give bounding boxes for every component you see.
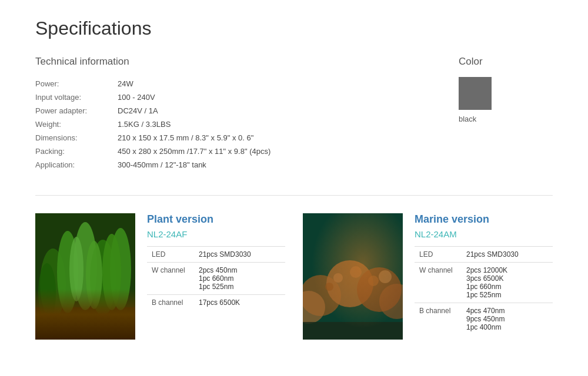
spec-label: B channel <box>415 303 462 335</box>
plant-version-card: Plant version NL2-24AF LED21pcs SMD3030W… <box>35 213 285 340</box>
plant-version-details: Plant version NL2-24AF LED21pcs SMD3030W… <box>147 213 285 340</box>
spec-label: LED <box>147 247 194 263</box>
tech-label: Packing: <box>35 145 118 158</box>
spec-value: 21pcs SMD3030 <box>462 247 553 263</box>
svg-point-24 <box>379 270 392 283</box>
color-swatch <box>459 77 492 110</box>
tech-value: 300-450mm / 12"-18" tank <box>118 158 435 172</box>
tech-section: Technical information Power:24WInput vol… <box>35 56 553 172</box>
marine-spec-table: LED21pcs SMD3030W channel2pcs 12000K3pcs… <box>415 246 553 335</box>
spec-label: W channel <box>147 263 194 295</box>
marine-version-details: Marine version NL2-24AM LED21pcs SMD3030… <box>415 213 553 340</box>
tech-value: 210 x 150 x 17.5 mm / 8.3" x 5.9" x 0. 6… <box>118 131 435 145</box>
tech-row: Dimensions:210 x 150 x 17.5 mm / 8.3" x … <box>35 131 435 145</box>
tech-label: Power adapter: <box>35 104 118 118</box>
spec-label: B channel <box>147 295 194 311</box>
color-label: black <box>459 115 553 123</box>
svg-point-22 <box>368 276 379 286</box>
spec-row: W channel2pcs 12000K3pcs 6500K1pc 660nm1… <box>415 263 553 303</box>
page-title: Specifications <box>35 18 553 39</box>
color-section: Color black <box>459 56 553 172</box>
plant-version-title: Plant version <box>147 213 285 226</box>
spec-value: 2pcs 12000K3pcs 6500K1pc 660nm1pc 525nm <box>462 263 553 303</box>
tech-value: DC24V / 1A <box>118 104 435 118</box>
spec-row: W channel2pcs 450nm1pc 660nm1pc 525nm <box>147 263 285 295</box>
svg-point-12 <box>76 317 112 333</box>
svg-point-21 <box>350 266 362 278</box>
svg-point-18 <box>379 284 403 319</box>
plant-version-model: NL2-24AF <box>147 229 285 239</box>
svg-rect-1 <box>35 307 135 340</box>
tech-label: Application: <box>35 158 118 172</box>
svg-point-9 <box>86 241 102 309</box>
tech-label: Weight: <box>35 118 118 131</box>
tech-label: Dimensions: <box>35 131 118 145</box>
marine-version-model: NL2-24AM <box>415 229 553 239</box>
svg-point-7 <box>38 263 56 322</box>
tech-row: Weight:1.5KG / 3.3LBS <box>35 118 435 131</box>
plant-version-image <box>35 213 135 340</box>
tech-info: Technical information Power:24WInput vol… <box>35 56 435 172</box>
svg-point-23 <box>325 283 333 291</box>
svg-point-20 <box>333 273 343 283</box>
spec-row: B channel17pcs 6500K <box>147 295 285 311</box>
marine-version-image <box>303 213 403 340</box>
tech-row: Power:24W <box>35 77 435 90</box>
plant-spec-table: LED21pcs SMD3030W channel2pcs 450nm1pc 6… <box>147 246 285 310</box>
spec-value: 17pcs 6500K <box>194 295 285 311</box>
tech-table: Power:24WInput voltage:100 - 240VPower a… <box>35 77 435 172</box>
spec-label: LED <box>415 247 462 263</box>
tech-label: Input voltage: <box>35 90 118 104</box>
tech-value: 450 x 280 x 250mm /17.7" x 11" x 9.8" (4… <box>118 145 435 158</box>
svg-rect-26 <box>303 322 403 340</box>
page-container: Specifications Technical information Pow… <box>0 0 588 376</box>
tech-label: Power: <box>35 77 118 90</box>
svg-point-17 <box>357 267 402 312</box>
svg-point-8 <box>69 237 83 301</box>
spec-value: 2pcs 450nm1pc 660nm1pc 525nm <box>194 263 285 295</box>
spec-row: B channel4pcs 470nm9pcs 450nm1pc 400nm <box>415 303 553 335</box>
svg-rect-14 <box>303 213 403 340</box>
tech-row: Input voltage:100 - 240V <box>35 90 435 104</box>
tech-value: 1.5KG / 3.3LBS <box>118 118 435 131</box>
versions-row: Plant version NL2-24AF LED21pcs SMD3030W… <box>35 213 553 340</box>
spec-label: W channel <box>415 263 462 303</box>
spec-row: LED21pcs SMD3030 <box>415 247 553 263</box>
section-divider <box>35 195 553 196</box>
marine-version-card: Marine version NL2-24AM LED21pcs SMD3030… <box>303 213 553 340</box>
svg-point-15 <box>303 275 341 316</box>
svg-point-16 <box>326 260 373 307</box>
tech-row: Power adapter:DC24V / 1A <box>35 104 435 118</box>
tech-heading: Technical information <box>35 56 435 68</box>
color-heading: Color <box>459 56 553 68</box>
spec-value: 4pcs 470nm9pcs 450nm1pc 400nm <box>462 303 553 335</box>
tech-value: 100 - 240V <box>118 90 435 104</box>
svg-point-13 <box>112 314 135 326</box>
svg-rect-25 <box>303 213 403 340</box>
svg-point-19 <box>303 291 325 324</box>
svg-point-11 <box>44 315 74 329</box>
spec-row: LED21pcs SMD3030 <box>147 247 285 263</box>
tech-row: Application:300-450mm / 12"-18" tank <box>35 158 435 172</box>
tech-value: 24W <box>118 77 435 90</box>
tech-row: Packing:450 x 280 x 250mm /17.7" x 11" x… <box>35 145 435 158</box>
svg-point-10 <box>102 234 121 310</box>
spec-value: 21pcs SMD3030 <box>194 247 285 263</box>
marine-version-title: Marine version <box>415 213 553 226</box>
